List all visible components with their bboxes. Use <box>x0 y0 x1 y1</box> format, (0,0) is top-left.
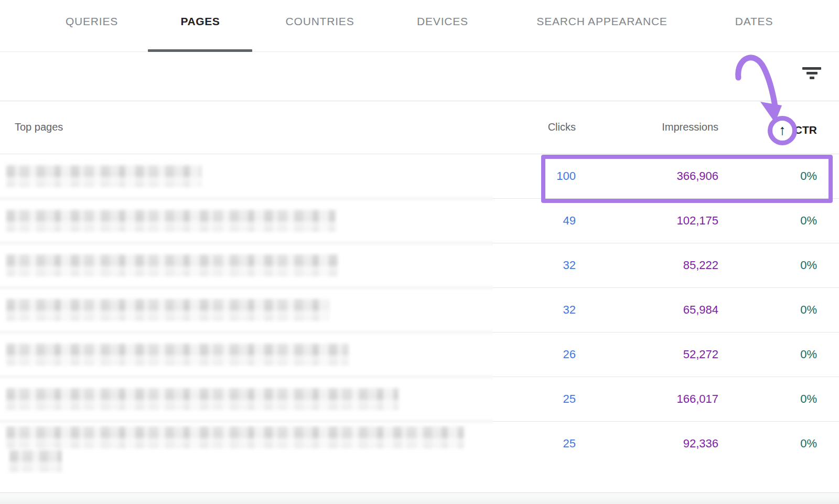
ctr-value: 0% <box>800 213 817 228</box>
redacted-page-url <box>6 388 399 410</box>
ctr-value: 0% <box>800 347 817 362</box>
ctr-value: 0% <box>800 392 817 406</box>
table-row[interactable]: 49 102,175 0% <box>0 198 839 243</box>
tab-pages[interactable]: PAGES <box>181 15 220 28</box>
ctr-value: 0% <box>800 303 817 317</box>
column-header-clicks[interactable]: Clicks <box>548 121 576 133</box>
tab-search-appearance[interactable]: SEARCH APPEARANCE <box>536 15 667 28</box>
clicks-value[interactable]: 25 <box>563 392 576 406</box>
blurred-divider <box>0 195 493 202</box>
impressions-value: 102,175 <box>676 213 718 228</box>
redacted-page-url <box>6 210 336 232</box>
blurred-divider <box>0 418 493 425</box>
sort-ascending-icon[interactable]: ↑ <box>779 123 786 137</box>
tab-devices[interactable]: DEVICES <box>417 15 468 28</box>
active-tab-underline <box>148 49 252 52</box>
impressions-value: 366,906 <box>676 169 718 184</box>
blurred-divider <box>0 329 493 336</box>
ctr-value: 0% <box>800 169 817 184</box>
clicks-value[interactable]: 32 <box>563 303 576 317</box>
clicks-value[interactable]: 32 <box>563 258 576 273</box>
sort-annotation-ring: ↑ <box>768 116 797 145</box>
impressions-value: 52,272 <box>683 347 718 362</box>
blurred-divider <box>0 373 493 380</box>
ctr-value: 0% <box>800 258 817 273</box>
annotation-arrow <box>729 47 792 126</box>
impressions-value: 65,984 <box>683 303 718 317</box>
tab-queries[interactable]: QUERIES <box>66 15 118 28</box>
redacted-page-url <box>6 254 338 276</box>
table-row[interactable]: 32 85,222 0% <box>0 243 839 288</box>
tab-dates[interactable]: DATES <box>735 15 773 28</box>
table-row[interactable]: 32 65,984 0% <box>0 287 839 333</box>
blurred-divider <box>0 240 493 246</box>
column-header-top-pages: Top pages <box>15 121 63 133</box>
table-row[interactable]: 25 92,336 0% <box>0 421 839 488</box>
search-console-performance-screen: QUERIES PAGES COUNTRIES DEVICES SEARCH A… <box>0 0 839 504</box>
bottom-edge-band <box>0 492 839 504</box>
clicks-value[interactable]: 49 <box>563 213 576 228</box>
ctr-value: 0% <box>800 436 817 451</box>
redacted-page-url <box>6 344 349 366</box>
impressions-value: 92,336 <box>683 436 718 451</box>
toolbar-divider <box>0 101 839 101</box>
tab-countries[interactable]: COUNTRIES <box>286 15 354 28</box>
redacted-page-url <box>9 450 62 472</box>
redacted-page-url <box>6 299 329 321</box>
table-row[interactable]: 100 366,906 0% <box>0 154 839 199</box>
table-row[interactable]: 26 52,272 0% <box>0 332 839 377</box>
column-header-ctr[interactable]: CTR <box>794 124 817 136</box>
clicks-value[interactable]: 26 <box>563 347 576 362</box>
redacted-page-url <box>6 165 201 187</box>
clicks-value[interactable]: 25 <box>563 436 576 451</box>
table-row[interactable]: 25 166,017 0% <box>0 377 839 422</box>
column-header-impressions[interactable]: Impressions <box>662 121 718 133</box>
impressions-value: 166,017 <box>676 392 718 406</box>
redacted-page-url <box>6 426 464 448</box>
clicks-value[interactable]: 100 <box>556 169 576 184</box>
impressions-value: 85,222 <box>683 258 718 273</box>
blurred-divider <box>0 284 493 291</box>
filter-icon[interactable] <box>801 67 822 82</box>
report-tab-bar: QUERIES PAGES COUNTRIES DEVICES SEARCH A… <box>0 0 839 52</box>
